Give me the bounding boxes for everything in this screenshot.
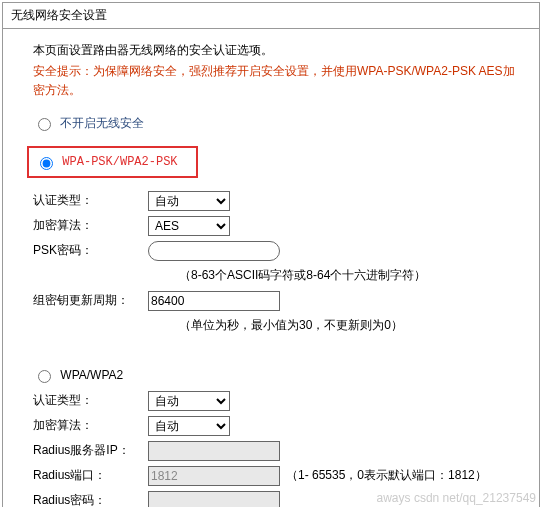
psk-password-input[interactable] xyxy=(148,241,280,261)
option-disable-security[interactable]: 不开启无线安全 xyxy=(33,113,519,134)
psk-auth-type-row: 认证类型： 自动 xyxy=(33,191,519,211)
wpa-encryption-select[interactable]: 自动 xyxy=(148,416,230,436)
wireless-security-panel: 无线网络安全设置 本页面设置路由器无线网络的安全认证选项。 安全提示：为保障网络… xyxy=(2,2,540,507)
psk-password-hint: （8-63个ASCII码字符或8-64个十六进制字符） xyxy=(179,266,519,285)
option-wpa-psk-highlight: WPA-PSK/WPA2-PSK xyxy=(27,146,198,178)
radius-pw-row: Radius密码： xyxy=(33,491,519,507)
radius-pw-input[interactable] xyxy=(148,491,280,507)
panel-content: 本页面设置路由器无线网络的安全认证选项。 安全提示：为保障网络安全，强烈推荐开启… xyxy=(3,29,539,507)
psk-password-label: PSK密码： xyxy=(33,242,148,259)
security-warning-text: 安全提示：为保障网络安全，强烈推荐开启安全设置，并使用WPA-PSK/WPA2-… xyxy=(33,62,519,100)
wpa-auth-type-select[interactable]: 自动 xyxy=(148,391,230,411)
wpa-encryption-label: 加密算法： xyxy=(33,417,148,434)
radius-port-input[interactable] xyxy=(148,466,280,486)
psk-encryption-select[interactable]: AES xyxy=(148,216,230,236)
radius-port-row: Radius端口： （1- 65535，0表示默认端口：1812） xyxy=(33,466,519,486)
radius-port-label: Radius端口： xyxy=(33,467,148,484)
radio-wpa-psk[interactable] xyxy=(40,157,53,170)
option-wpa[interactable]: WPA/WPA2 xyxy=(33,365,519,385)
encryption-label: 加密算法： xyxy=(33,217,148,234)
panel-title: 无线网络安全设置 xyxy=(3,3,539,29)
radio-wpa-label: WPA/WPA2 xyxy=(60,368,123,382)
radius-port-hint: （1- 65535，0表示默认端口：1812） xyxy=(286,467,487,484)
radius-pw-label: Radius密码： xyxy=(33,492,148,507)
radio-disable-security[interactable] xyxy=(38,118,51,131)
radio-disable-label: 不开启无线安全 xyxy=(60,116,144,130)
radius-ip-input[interactable] xyxy=(148,441,280,461)
radio-wpa-psk-label: WPA-PSK/WPA2-PSK xyxy=(62,155,177,169)
radio-wpa[interactable] xyxy=(38,370,51,383)
psk-rekey-input[interactable] xyxy=(148,291,280,311)
psk-rekey-hint: （单位为秒，最小值为30，不更新则为0） xyxy=(179,316,519,335)
wpa-encryption-row: 加密算法： 自动 xyxy=(33,416,519,436)
group-rekey-label: 组密钥更新周期： xyxy=(33,292,148,309)
description-text: 本页面设置路由器无线网络的安全认证选项。 xyxy=(33,41,519,60)
radius-ip-row: Radius服务器IP： xyxy=(33,441,519,461)
option-wpa-psk[interactable]: WPA-PSK/WPA2-PSK xyxy=(35,152,178,172)
radius-ip-label: Radius服务器IP： xyxy=(33,442,148,459)
psk-encryption-row: 加密算法： AES xyxy=(33,216,519,236)
psk-password-row: PSK密码： xyxy=(33,241,519,261)
auth-type-label: 认证类型： xyxy=(33,192,148,209)
wpa-auth-type-label: 认证类型： xyxy=(33,392,148,409)
wpa-auth-type-row: 认证类型： 自动 xyxy=(33,391,519,411)
psk-auth-type-select[interactable]: 自动 xyxy=(148,191,230,211)
psk-rekey-row: 组密钥更新周期： xyxy=(33,291,519,311)
